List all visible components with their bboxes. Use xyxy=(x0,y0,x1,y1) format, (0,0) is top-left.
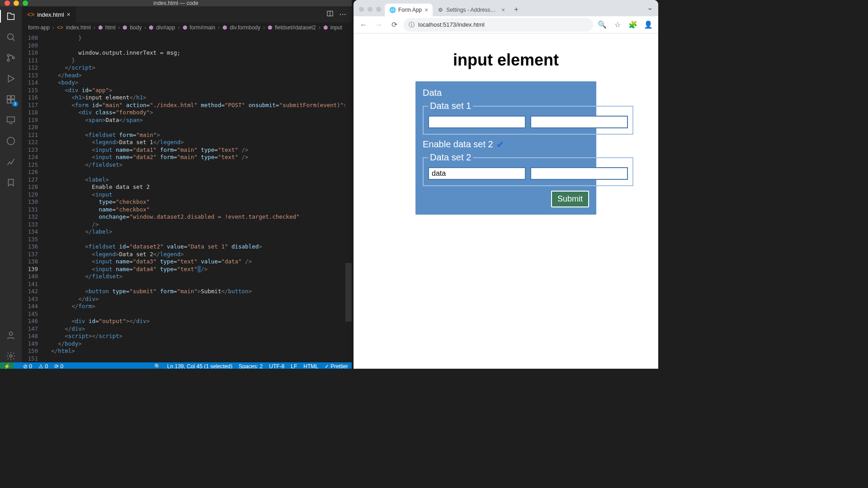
crumb-formbody[interactable]: div.formbody xyxy=(230,24,260,31)
tablist-dropdown-icon[interactable]: ⌄ xyxy=(647,3,658,16)
submit-button[interactable]: Submit xyxy=(551,191,589,207)
zoom-icon[interactable]: 🔍 xyxy=(596,19,609,31)
gear-icon: ⚙ xyxy=(437,7,443,13)
settings-gear-icon[interactable] xyxy=(5,350,17,362)
form-container: Data Data set 1 Enable data set 2 ✔ Data… xyxy=(415,81,596,215)
back-button[interactable]: ← xyxy=(357,19,370,31)
window-title: index.html — code xyxy=(153,0,198,6)
data3-input[interactable] xyxy=(428,167,526,180)
site-info-icon[interactable]: ⓘ xyxy=(409,21,415,29)
port-count[interactable]: ⟳ 0 xyxy=(54,363,63,369)
fieldset-dataset1: Data set 1 xyxy=(423,101,633,135)
crumb-body[interactable]: body xyxy=(130,24,142,31)
browser-minimize-icon[interactable] xyxy=(368,7,373,12)
svg-rect-8 xyxy=(7,117,15,122)
address-bar[interactable]: ⓘ localhost:5173/index.html xyxy=(403,18,593,32)
breadcrumb[interactable]: form-app› <>index.html› ⬢html› ⬢body› ⬢d… xyxy=(22,23,352,33)
status-bar: ⚡ ⊘ 0 ⚠ 0 ⟳ 0 🔍 Ln 139, Col 45 (1 select… xyxy=(0,362,352,369)
graph-icon[interactable] xyxy=(5,155,17,168)
svg-point-0 xyxy=(8,34,14,40)
extensions-badge: 3 xyxy=(12,101,18,107)
browser-close-icon[interactable] xyxy=(359,7,364,12)
extensions-icon[interactable]: 3 xyxy=(5,93,17,106)
code-editor[interactable]: 1081091101111121131141151161171181191201… xyxy=(22,33,352,362)
close-tab-icon[interactable]: × xyxy=(67,11,71,18)
svg-rect-6 xyxy=(7,100,10,103)
url-text: localhost:5173/index.html xyxy=(418,21,485,28)
editor-tabbar: <> index.html × ⋯ xyxy=(22,6,352,23)
close-tab-icon[interactable]: × xyxy=(501,6,505,14)
globe-icon: 🌐 xyxy=(389,7,396,13)
svg-point-2 xyxy=(7,59,9,61)
legend-dataset1: Data set 1 xyxy=(428,101,473,111)
crumb-html[interactable]: html xyxy=(105,24,116,31)
browser-window: 🌐 Form App × ⚙ Settings - Addresses and … xyxy=(354,0,658,369)
svg-point-10 xyxy=(9,332,12,335)
crumb-file[interactable]: index.html xyxy=(66,24,91,31)
enable-dataset2-label[interactable]: Enable data set 2 ✔ xyxy=(423,139,589,150)
svg-rect-5 xyxy=(11,96,14,99)
more-actions-icon[interactable]: ⋯ xyxy=(339,10,346,19)
profile-avatar-icon[interactable]: 👤 xyxy=(642,19,655,31)
bookmark-icon[interactable] xyxy=(5,176,17,189)
encoding[interactable]: UTF-8 xyxy=(269,363,284,369)
testing-icon[interactable] xyxy=(5,135,17,147)
vscode-titlebar: index.html — code xyxy=(0,0,352,6)
errors-count[interactable]: ⊘ 0 xyxy=(23,363,32,369)
source-control-icon[interactable] xyxy=(5,52,17,64)
maximize-window-icon[interactable] xyxy=(23,0,28,6)
browser-tabstrip: 🌐 Form App × ⚙ Settings - Addresses and … xyxy=(354,0,658,16)
enable-checkbox[interactable]: ✔ xyxy=(497,141,504,148)
language-mode[interactable]: HTML xyxy=(303,363,318,369)
svg-point-11 xyxy=(9,355,12,357)
minimize-window-icon[interactable] xyxy=(14,0,19,6)
remote-explorer-icon[interactable] xyxy=(5,114,17,127)
browser-maximize-icon[interactable] xyxy=(376,7,381,12)
browser-tab-formapp[interactable]: 🌐 Form App × xyxy=(385,4,433,16)
editor-area: <> index.html × ⋯ form-app› <>index.html… xyxy=(22,6,352,362)
tab-filename: index.html xyxy=(37,11,64,18)
prettier-status[interactable]: ✓ Prettier xyxy=(325,363,348,369)
data1-input[interactable] xyxy=(428,116,526,128)
editor-tab-indexhtml[interactable]: <> index.html × xyxy=(22,6,76,23)
crumb-input[interactable]: input xyxy=(330,24,342,31)
traffic-lights xyxy=(5,0,28,6)
data4-input[interactable] xyxy=(530,167,628,180)
fieldset-dataset2: Data set 2 xyxy=(423,152,633,186)
crumb-divapp[interactable]: div#app xyxy=(156,24,175,31)
reload-button[interactable]: ⟳ xyxy=(388,19,401,31)
split-editor-icon[interactable] xyxy=(326,10,334,19)
warnings-count[interactable]: ⚠ 0 xyxy=(38,363,48,369)
run-debug-icon[interactable] xyxy=(5,72,17,85)
indent-spaces[interactable]: Spaces: 2 xyxy=(239,363,263,369)
eol[interactable]: LF xyxy=(291,363,297,369)
svg-point-9 xyxy=(7,137,15,145)
account-icon[interactable] xyxy=(5,329,17,342)
close-tab-icon[interactable]: × xyxy=(425,6,428,14)
vscode-window: index.html — code 3 <> index.html xyxy=(0,0,352,369)
browser-traffic-lights xyxy=(357,7,385,16)
crumb-folder[interactable]: form-app xyxy=(28,24,50,31)
html-file-icon: <> xyxy=(27,11,34,18)
activity-bar: 3 xyxy=(0,6,22,362)
browser-tab-settings[interactable]: ⚙ Settings - Addresses and m… × xyxy=(433,4,509,16)
crumb-formmain[interactable]: form#main xyxy=(190,24,216,31)
minimap[interactable] xyxy=(345,33,352,362)
new-tab-button[interactable]: + xyxy=(509,3,523,16)
bookmark-star-icon[interactable]: ☆ xyxy=(611,19,624,31)
cursor-position[interactable]: Ln 139, Col 45 (1 selected) xyxy=(167,363,232,369)
zoom-icon[interactable]: 🔍 xyxy=(154,363,161,369)
explorer-icon[interactable] xyxy=(5,10,17,23)
svg-point-3 xyxy=(12,57,14,59)
svg-point-1 xyxy=(7,54,9,56)
search-icon[interactable] xyxy=(5,31,17,43)
page-heading: input element xyxy=(363,51,649,70)
close-window-icon[interactable] xyxy=(5,0,10,6)
extensions-puzzle-icon[interactable]: 🧩 xyxy=(627,19,639,31)
svg-rect-4 xyxy=(7,96,10,99)
forward-button[interactable]: → xyxy=(373,19,385,31)
enable-label-text: Enable data set 2 xyxy=(423,139,493,150)
remote-indicator[interactable]: ⚡ xyxy=(0,362,14,369)
crumb-fieldset[interactable]: fieldset#dataset2 xyxy=(275,24,316,31)
data2-input[interactable] xyxy=(530,116,628,128)
